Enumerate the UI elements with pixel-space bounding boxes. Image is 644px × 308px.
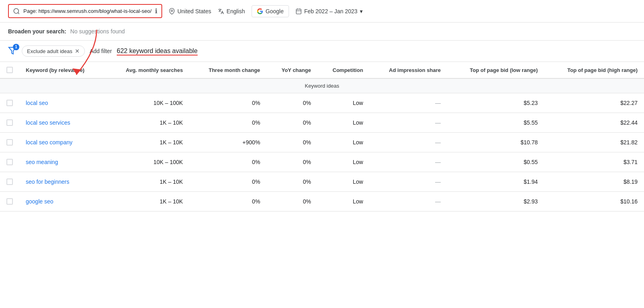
svg-rect-3 — [296, 9, 301, 14]
filter-row: 1 Exclude adult ideas ✕ Add filter 622 k… — [0, 41, 644, 62]
search-box[interactable]: Page: https://www.semrush.com/blog/what-… — [8, 4, 162, 18]
row-select-checkbox[interactable] — [6, 198, 13, 205]
col-ad-impression[interactable]: Ad impression share — [369, 62, 447, 78]
row-bid-high: $10.16 — [544, 192, 644, 211]
language-filter[interactable]: English — [218, 8, 245, 14]
location-filter[interactable]: United States — [169, 8, 211, 14]
row-yoy: 0% — [266, 172, 317, 192]
row-yoy: 0% — [266, 133, 317, 152]
row-bid-high: $8.19 — [544, 172, 644, 192]
filter-badge: 1 — [13, 44, 19, 50]
row-competition: Low — [318, 93, 369, 113]
table-row: google seo 1K – 10K 0% 0% Low — $2.93 $1… — [0, 192, 644, 211]
table-row: local seo services 1K – 10K 0% 0% Low — … — [0, 113, 644, 133]
row-select-checkbox[interactable] — [6, 139, 13, 146]
row-avg-monthly: 10K – 100K — [105, 152, 190, 172]
date-range-filter[interactable]: Feb 2022 – Jan 2023 ▾ — [295, 8, 363, 14]
col-yoy[interactable]: YoY change — [266, 62, 317, 78]
select-all-checkbox[interactable] — [6, 67, 13, 73]
col-bid-high[interactable]: Top of page bid (high range) — [544, 62, 644, 78]
row-avg-monthly: 10K – 100K — [105, 93, 190, 113]
table-row: seo meaning 10K – 100K 0% 0% Low — $0.55… — [0, 152, 644, 172]
section-label: Keyword ideas — [0, 78, 644, 93]
row-avg-monthly: 1K – 10K — [105, 113, 190, 133]
col-bid-low[interactable]: Top of page bid (low range) — [447, 62, 544, 78]
section-row-keyword-ideas: Keyword ideas — [0, 78, 644, 93]
filter-icon-button[interactable]: 1 — [8, 46, 17, 56]
keyword-count-label: 622 keyword ideas available — [117, 47, 198, 55]
row-keyword[interactable]: local seo — [19, 93, 105, 113]
row-checkbox[interactable] — [0, 93, 19, 113]
col-avg-monthly[interactable]: Avg. monthly searches — [105, 62, 190, 78]
info-icon[interactable]: ℹ — [155, 7, 157, 15]
google-icon — [257, 8, 263, 14]
broaden-search-row: Broaden your search: No suggestions foun… — [0, 23, 644, 41]
keywords-table-container: Keyword (by relevance) Avg. monthly sear… — [0, 62, 644, 211]
col-keyword[interactable]: Keyword (by relevance) — [19, 62, 105, 78]
svg-point-0 — [14, 8, 19, 13]
row-three-month: 0% — [189, 113, 266, 133]
row-competition: Low — [318, 152, 369, 172]
row-checkbox[interactable] — [0, 192, 19, 211]
row-bid-high: $22.44 — [544, 113, 644, 133]
row-competition: Low — [318, 172, 369, 192]
row-keyword[interactable]: seo meaning — [19, 152, 105, 172]
row-three-month: 0% — [189, 192, 266, 211]
row-ad-impression: — — [369, 192, 447, 211]
row-ad-impression: — — [369, 152, 447, 172]
row-bid-low: $2.93 — [447, 192, 544, 211]
row-yoy: 0% — [266, 93, 317, 113]
row-bid-low: $5.23 — [447, 93, 544, 113]
date-range-label: Feb 2022 – Jan 2023 — [304, 8, 357, 14]
engine-label: Google — [266, 8, 284, 14]
row-bid-high: $21.82 — [544, 133, 644, 152]
row-avg-monthly: 1K – 10K — [105, 133, 190, 152]
row-ad-impression: — — [369, 93, 447, 113]
table-header-row: Keyword (by relevance) Avg. monthly sear… — [0, 62, 644, 78]
table-row: local seo company 1K – 10K +900% 0% Low … — [0, 133, 644, 152]
row-select-checkbox[interactable] — [6, 179, 13, 185]
row-checkbox[interactable] — [0, 133, 19, 152]
row-bid-high: $22.27 — [544, 93, 644, 113]
row-keyword[interactable]: seo for beginners — [19, 172, 105, 192]
row-select-checkbox[interactable] — [6, 159, 13, 165]
language-label: English — [227, 8, 245, 14]
row-select-checkbox[interactable] — [6, 100, 13, 106]
exclude-remove-icon[interactable]: ✕ — [75, 48, 80, 54]
row-checkbox[interactable] — [0, 172, 19, 192]
search-url-text: Page: https://www.semrush.com/blog/what-… — [23, 8, 152, 14]
row-competition: Low — [318, 113, 369, 133]
row-checkbox[interactable] — [0, 113, 19, 133]
add-filter-button[interactable]: Add filter — [90, 48, 112, 54]
row-bid-low: $5.55 — [447, 113, 544, 133]
table-row: local seo 10K – 100K 0% 0% Low — $5.23 $… — [0, 93, 644, 113]
row-yoy: 0% — [266, 152, 317, 172]
col-competition[interactable]: Competition — [318, 62, 369, 78]
row-checkbox[interactable] — [0, 152, 19, 172]
svg-point-2 — [171, 10, 173, 11]
row-competition: Low — [318, 133, 369, 152]
row-yoy: 0% — [266, 192, 317, 211]
table-row: seo for beginners 1K – 10K 0% 0% Low — $… — [0, 172, 644, 192]
row-avg-monthly: 1K – 10K — [105, 192, 190, 211]
svg-line-1 — [18, 12, 19, 14]
row-yoy: 0% — [266, 113, 317, 133]
search-icon — [13, 8, 20, 15]
row-keyword[interactable]: local seo company — [19, 133, 105, 152]
location-pin-icon — [169, 8, 175, 14]
row-three-month: 0% — [189, 93, 266, 113]
row-ad-impression: — — [369, 172, 447, 192]
row-bid-low: $10.78 — [447, 133, 544, 152]
row-select-checkbox[interactable] — [6, 119, 13, 126]
row-bid-low: $0.55 — [447, 152, 544, 172]
search-engine-filter[interactable]: Google — [252, 5, 289, 17]
exclude-adult-filter[interactable]: Exclude adult ideas ✕ — [22, 45, 85, 57]
row-competition: Low — [318, 192, 369, 211]
col-three-month[interactable]: Three month change — [189, 62, 266, 78]
row-three-month: 0% — [189, 172, 266, 192]
date-dropdown-arrow: ▾ — [360, 8, 363, 14]
row-keyword[interactable]: google seo — [19, 192, 105, 211]
col-checkbox — [0, 62, 19, 78]
row-keyword[interactable]: local seo services — [19, 113, 105, 133]
row-ad-impression: — — [369, 113, 447, 133]
